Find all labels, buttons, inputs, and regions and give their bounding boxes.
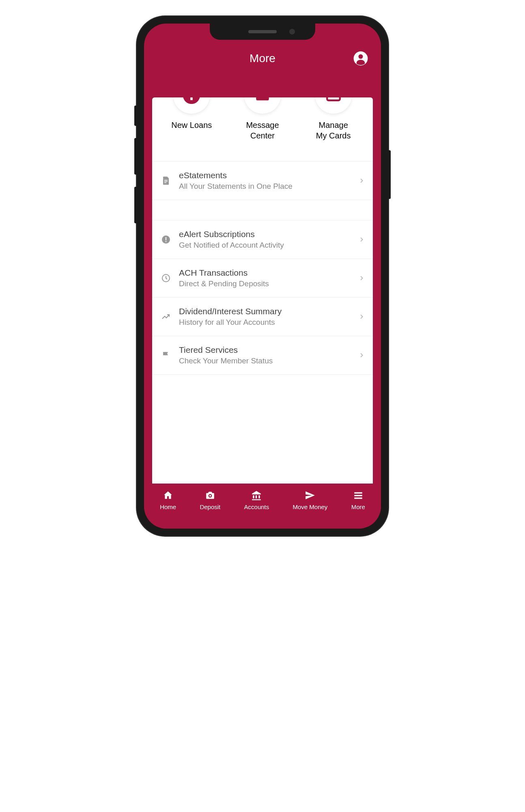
flag-icon bbox=[160, 350, 172, 361]
chevron-right-icon bbox=[358, 352, 365, 358]
send-icon bbox=[304, 490, 316, 501]
svg-rect-9 bbox=[164, 181, 168, 182]
section-gap bbox=[152, 200, 373, 220]
nav-label: Home bbox=[160, 503, 176, 510]
quick-action-new-loans[interactable]: New Loans bbox=[165, 97, 218, 141]
list-item-text: Tiered Services Check Your Member Status bbox=[179, 345, 358, 365]
list-item-text: eAlert Subscriptions Get Notified of Acc… bbox=[179, 229, 358, 250]
side-button bbox=[388, 150, 391, 199]
nav-accounts[interactable]: Accounts bbox=[244, 490, 269, 510]
list-item-tiered[interactable]: Tiered Services Check Your Member Status bbox=[152, 336, 373, 375]
mail-icon bbox=[254, 97, 271, 104]
content-card: New Loans Message Center bbox=[152, 97, 373, 484]
chevron-right-icon bbox=[358, 236, 365, 243]
svg-rect-10 bbox=[164, 182, 166, 183]
svg-rect-5 bbox=[256, 97, 269, 100]
bank-icon bbox=[251, 490, 262, 501]
quick-action-label: Message Center bbox=[246, 120, 279, 141]
camera-dot bbox=[289, 29, 295, 35]
quick-action-message-center[interactable]: Message Center bbox=[236, 97, 289, 141]
alert-icon bbox=[160, 234, 172, 245]
list-item-dividend[interactable]: Dividend/Interest Summary History for al… bbox=[152, 298, 373, 336]
side-button bbox=[134, 138, 137, 175]
nav-label: Accounts bbox=[244, 503, 269, 510]
list-item-title: eAlert Subscriptions bbox=[179, 229, 358, 239]
speaker bbox=[248, 30, 277, 33]
nav-label: Move Money bbox=[293, 503, 328, 510]
quick-action-label: New Loans bbox=[171, 120, 212, 130]
quick-action-circle bbox=[315, 97, 352, 114]
list-item-title: ACH Transactions bbox=[179, 268, 358, 278]
svg-rect-8 bbox=[164, 180, 168, 181]
phone-frame: More bbox=[137, 16, 388, 536]
side-button bbox=[134, 106, 137, 126]
person-icon bbox=[353, 51, 368, 66]
plus-icon bbox=[182, 97, 201, 105]
chevron-right-icon bbox=[358, 177, 365, 184]
trend-icon bbox=[160, 311, 172, 322]
camera-icon bbox=[204, 490, 216, 501]
svg-rect-18 bbox=[354, 495, 362, 496]
card-icon bbox=[325, 97, 342, 104]
quick-action-label: Manage My Cards bbox=[316, 120, 351, 141]
list-item-title: eStatements bbox=[179, 171, 358, 180]
clock-icon bbox=[160, 272, 172, 284]
list-item-title: Dividend/Interest Summary bbox=[179, 307, 358, 316]
svg-rect-17 bbox=[354, 492, 362, 493]
svg-rect-19 bbox=[354, 497, 362, 499]
list-item-subtitle: Get Notified of Account Activity bbox=[179, 241, 358, 250]
list-item-subtitle: Direct & Pending Deposits bbox=[179, 279, 358, 288]
nav-move-money[interactable]: Move Money bbox=[293, 490, 328, 510]
quick-actions: New Loans Message Center bbox=[152, 97, 373, 153]
notch bbox=[210, 24, 315, 40]
svg-point-13 bbox=[166, 241, 167, 242]
menu-list: eStatements All Your Statements in One P… bbox=[152, 161, 373, 375]
quick-action-circle bbox=[244, 97, 281, 114]
svg-rect-12 bbox=[166, 237, 166, 240]
side-button bbox=[134, 187, 137, 223]
nav-label: More bbox=[351, 503, 365, 510]
bottom-nav: Home Deposit Accounts Move Money bbox=[144, 484, 381, 529]
list-item-subtitle: Check Your Member Status bbox=[179, 356, 358, 365]
document-icon bbox=[160, 175, 172, 186]
list-item-ealert[interactable]: eAlert Subscriptions Get Notified of Acc… bbox=[152, 220, 373, 259]
list-item-text: ACH Transactions Direct & Pending Deposi… bbox=[179, 268, 358, 288]
nav-more[interactable]: More bbox=[351, 490, 365, 510]
home-icon bbox=[162, 490, 174, 501]
list-item-subtitle: History for all Your Accounts bbox=[179, 318, 358, 327]
screen: More bbox=[144, 24, 381, 529]
list-item-estatements[interactable]: eStatements All Your Statements in One P… bbox=[152, 162, 373, 200]
menu-icon bbox=[353, 490, 364, 501]
svg-point-16 bbox=[209, 495, 211, 497]
nav-home[interactable]: Home bbox=[160, 490, 176, 510]
nav-label: Deposit bbox=[200, 503, 220, 510]
svg-point-1 bbox=[358, 54, 363, 59]
profile-button[interactable] bbox=[353, 50, 369, 67]
list-item-text: eStatements All Your Statements in One P… bbox=[179, 171, 358, 191]
list-item-text: Dividend/Interest Summary History for al… bbox=[179, 307, 358, 327]
list-item-ach[interactable]: ACH Transactions Direct & Pending Deposi… bbox=[152, 259, 373, 298]
chevron-right-icon bbox=[358, 313, 365, 320]
chevron-right-icon bbox=[358, 275, 365, 281]
quick-action-manage-cards[interactable]: Manage My Cards bbox=[307, 97, 360, 141]
list-item-title: Tiered Services bbox=[179, 345, 358, 355]
svg-rect-3 bbox=[190, 97, 193, 100]
quick-action-circle bbox=[173, 97, 210, 114]
svg-rect-6 bbox=[327, 97, 340, 100]
list-item-subtitle: All Your Statements in One Place bbox=[179, 182, 358, 191]
nav-deposit[interactable]: Deposit bbox=[200, 490, 220, 510]
page-title: More bbox=[250, 52, 275, 65]
